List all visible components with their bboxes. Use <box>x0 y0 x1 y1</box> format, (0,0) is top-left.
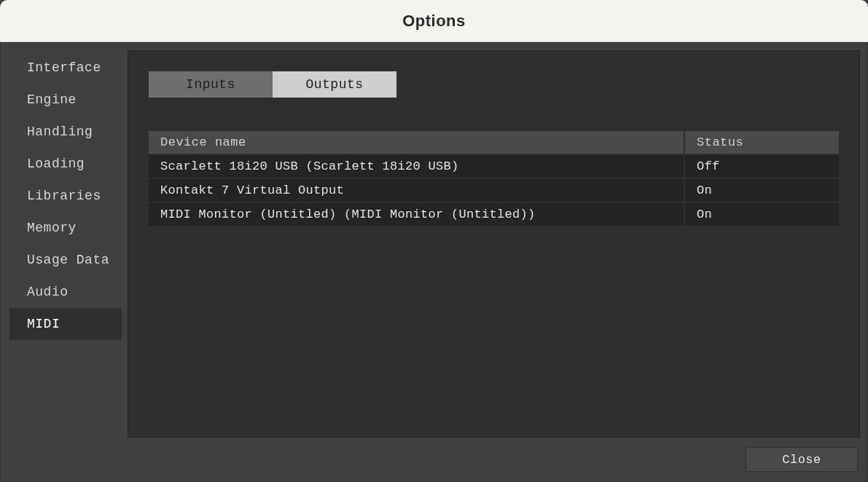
table-row[interactable]: Scarlett 18i20 USB (Scarlett 18i20 USB) … <box>149 154 839 178</box>
tab-outputs[interactable]: Outputs <box>273 71 396 98</box>
sidebar-item-label: Interface <box>27 60 101 75</box>
sidebar-item-label: Engine <box>27 92 77 107</box>
sidebar-item-label: Loading <box>27 157 85 171</box>
sidebar-item-handling[interactable]: Handling <box>9 116 122 148</box>
sidebar-item-label: Usage Data <box>27 253 109 267</box>
tab-row: Inputs Outputs <box>149 71 839 98</box>
tab-inputs[interactable]: Inputs <box>149 71 273 98</box>
sidebar-item-label: MIDI <box>27 317 60 331</box>
column-header-status[interactable]: Status <box>684 131 839 154</box>
sidebar-item-label: Memory <box>27 221 77 235</box>
sidebar-item-interface[interactable]: Interface <box>9 52 122 84</box>
footer: Close <box>746 447 858 472</box>
sidebar-item-memory[interactable]: Memory <box>9 212 122 244</box>
cell-status[interactable]: Off <box>684 154 839 178</box>
table-header-row: Device name Status <box>149 131 839 154</box>
sidebar-item-midi[interactable]: MIDI <box>9 308 122 340</box>
sidebar-item-engine[interactable]: Engine <box>9 84 122 116</box>
sidebar-item-usage-data[interactable]: Usage Data <box>9 244 122 276</box>
sidebar-item-label: Libraries <box>27 189 101 203</box>
cell-device-name: Kontakt 7 Virtual Output <box>149 178 684 202</box>
close-button[interactable]: Close <box>746 447 858 472</box>
cell-status[interactable]: On <box>684 202 839 226</box>
sidebar-item-label: Handling <box>27 125 93 139</box>
sidebar: Interface Engine Handling Loading Librar… <box>1 43 123 481</box>
window-title: Options <box>402 12 466 31</box>
sidebar-item-libraries[interactable]: Libraries <box>9 180 122 212</box>
table-row[interactable]: Kontakt 7 Virtual Output On <box>149 178 839 202</box>
sidebar-item-label: Audio <box>27 285 69 299</box>
midi-outputs-table: Device name Status Scarlett 18i20 USB (S… <box>149 131 839 226</box>
column-header-device[interactable]: Device name <box>149 131 684 154</box>
cell-device-name: MIDI Monitor (Untitled) (MIDI Monitor (U… <box>149 202 684 226</box>
sidebar-item-loading[interactable]: Loading <box>9 148 122 180</box>
titlebar: Options <box>0 0 868 42</box>
cell-status[interactable]: On <box>684 178 839 202</box>
table-row[interactable]: MIDI Monitor (Untitled) (MIDI Monitor (U… <box>149 202 839 226</box>
tab-label: Inputs <box>186 77 235 92</box>
window-body: Interface Engine Handling Loading Librar… <box>0 42 868 482</box>
main-panel: Inputs Outputs Device name Status Scarle… <box>128 50 860 438</box>
sidebar-item-audio[interactable]: Audio <box>9 276 122 308</box>
cell-device-name: Scarlett 18i20 USB (Scarlett 18i20 USB) <box>149 154 684 178</box>
tab-label: Outputs <box>305 77 363 92</box>
